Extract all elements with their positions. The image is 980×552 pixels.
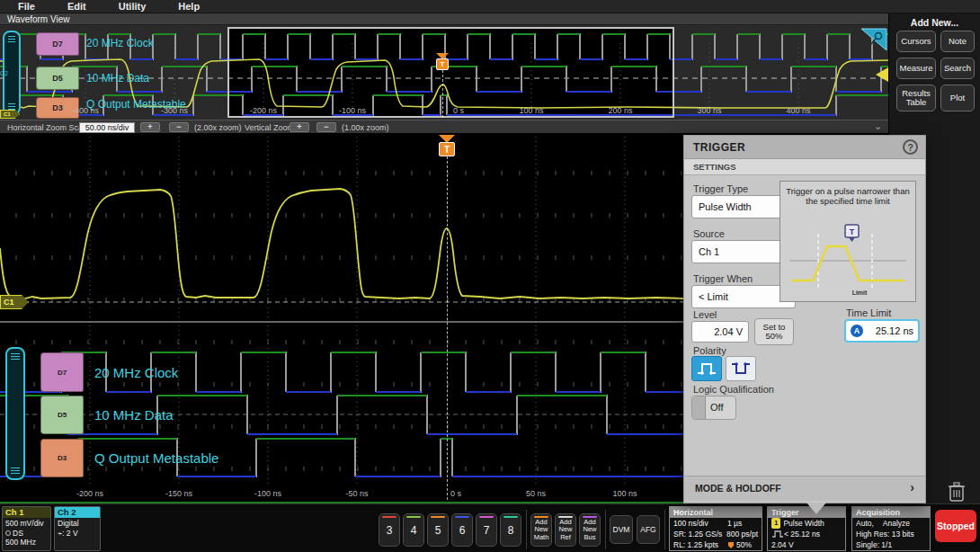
channel-badge-d5[interactable]: D5 <box>40 396 84 434</box>
note-button[interactable]: Note <box>940 31 975 52</box>
ch6-button[interactable]: 6 <box>451 513 473 547</box>
set-to-50-button[interactable]: Set to 50% <box>754 318 794 345</box>
time-limit-label: Time Limit <box>846 307 891 318</box>
trigger-marker-flag[interactable]: T <box>436 58 449 70</box>
help-icon[interactable]: ? <box>903 139 918 155</box>
trigger-type-value: Pulse Width <box>699 201 752 212</box>
source-label: Source <box>693 228 725 239</box>
overview-tick: 300 ns <box>697 106 721 115</box>
a-knob-icon: A <box>851 325 863 337</box>
acq-resolution: High Res: 13 bits <box>856 529 914 539</box>
negative-pulse-icon <box>730 361 752 376</box>
menu-edit[interactable]: Edit <box>67 1 86 12</box>
acquisition-badge[interactable]: Acquisition Auto,Analyze High Res: 13 bi… <box>851 506 931 551</box>
trigger-type: Pulse Width <box>783 518 824 529</box>
trigger-settings-panel: TRIGGER ? SETTINGS Trigger Type Pulse Wi… <box>683 135 926 503</box>
menu-bar: File Edit Utility Help <box>0 0 980 13</box>
channel-badge-d7[interactable]: D7 <box>36 32 79 56</box>
main-tick: -200 ns <box>76 489 103 498</box>
polarity-positive-button[interactable] <box>691 356 722 381</box>
main-tick: 50 ns <box>526 489 546 498</box>
ch3-button[interactable]: 3 <box>379 513 400 547</box>
trigger-when-value: < Limit <box>699 291 728 302</box>
channel-badge-d5[interactable]: D5 <box>36 67 79 90</box>
channel-label-clock: 20 MHz Clock <box>94 365 178 380</box>
ch1-badge[interactable]: Ch 1 500 mV/div DS 500 MHz <box>2 506 51 551</box>
trash-icon[interactable] <box>947 481 967 503</box>
time-limit-field[interactable]: A 25.12 ns <box>844 319 920 343</box>
measure-button[interactable]: Measure <box>896 58 936 79</box>
ch5-button[interactable]: 5 <box>427 513 449 547</box>
cursors-button[interactable]: Cursors <box>896 31 936 52</box>
waveform-overview[interactable]: C2 D7 D5 D3 20 MHz Clock 10 MHz Data Q O… <box>0 25 888 120</box>
hzoom-minus-button[interactable]: − <box>169 122 189 132</box>
ch8-button[interactable]: 8 <box>500 513 521 547</box>
add-new-ref-button[interactable]: Add New Ref <box>555 513 576 547</box>
channel-label-clock: 20 MHz Clock <box>86 37 154 49</box>
zoom-scale-bar: Horizontal Zoom Scale 50.00 ns/div + − (… <box>0 120 888 133</box>
mode-holdoff-label: MODE & HOLDOFF <box>695 483 781 494</box>
trigger-limit: < 25.12 ns <box>784 529 820 539</box>
vertical-zoom-label: Vertical Zoom <box>245 123 294 132</box>
ch7-button[interactable]: 7 <box>476 513 497 547</box>
menu-utility[interactable]: Utility <box>119 1 147 12</box>
waveform-view-tab[interactable]: Waveform View <box>0 13 888 25</box>
level-field[interactable]: 2.04 V <box>691 321 749 343</box>
mode-holdoff-bar[interactable]: MODE & HOLDOFF › <box>684 476 925 501</box>
tab-settings[interactable]: SETTINGS <box>684 159 925 175</box>
polarity-label: Polarity <box>693 345 726 356</box>
h-recordlength: RL: 1.25 kpts <box>673 539 727 550</box>
horizontal-zoom-scale-input[interactable]: 50.00 ns/div <box>79 122 135 133</box>
oscilloscope-screen: File Edit Utility Help Waveform View C2 <box>0 0 980 552</box>
run-stop-button[interactable]: Stopped <box>935 510 976 542</box>
channel-badge-d7[interactable]: D7 <box>40 352 84 392</box>
hzoom-factor-label: (2.00x zoom) <box>194 123 242 132</box>
overview-tick: -300 ns <box>161 106 188 115</box>
menu-file[interactable]: File <box>18 1 35 12</box>
trigger-position-line <box>447 156 448 500</box>
overview-tick: -200 ns <box>250 106 277 115</box>
search-button[interactable]: Search <box>940 58 975 79</box>
trigger-hint-illustration: Trigger on a pulse narrower than the spe… <box>780 181 916 302</box>
menu-help[interactable]: Help <box>178 1 200 12</box>
limit-caption: Limit <box>852 289 868 296</box>
ch3-label: 3 <box>387 524 393 537</box>
h-resolution: 800 ps/pt <box>726 529 758 539</box>
ch2-badge[interactable]: Ch 2 Digital ⌁: 2 V <box>54 506 101 551</box>
collapse-chevron-icon[interactable]: ⌄ <box>874 120 882 132</box>
ch5-label: 5 <box>435 524 441 537</box>
add-new-math-button[interactable]: Add New Math <box>530 513 552 547</box>
results-table-button[interactable]: Results Table <box>896 85 936 111</box>
dvm-button[interactable]: DVM <box>610 515 633 544</box>
main-tick: 100 ns <box>612 489 637 498</box>
channel-badge-d3[interactable]: D3 <box>40 439 84 477</box>
vzoom-plus-button[interactable]: + <box>290 122 309 132</box>
vzoom-minus-button[interactable]: − <box>316 122 336 132</box>
afg-button[interactable]: AFG <box>637 515 660 544</box>
ch4-label: 4 <box>411 524 417 537</box>
h-samplerate: SR: 1.25 GS/s <box>673 529 726 539</box>
ch4-button[interactable]: 4 <box>403 513 424 547</box>
hzoom-plus-button[interactable]: + <box>140 122 160 132</box>
acq-mode: Auto, <box>856 518 874 529</box>
digital-group-handle-main[interactable] <box>5 347 25 480</box>
popup-tail <box>806 503 826 514</box>
horizontal-badge[interactable]: Horizontal 100 ns/div1 µs SR: 1.25 GS/s8… <box>669 506 762 551</box>
plot-button[interactable]: Plot <box>940 85 975 111</box>
polarity-negative-button[interactable] <box>726 356 756 381</box>
trigger-marker-flag[interactable]: T <box>439 142 455 156</box>
trigger-position-line <box>442 70 443 118</box>
main-tick: -50 ns <box>345 489 368 498</box>
ch1-name: Ch 1 <box>3 507 50 518</box>
logic-qualification-value: Off <box>710 402 723 413</box>
h-trigger-position: 50% <box>736 539 752 550</box>
logic-qualification-toggle[interactable]: Off <box>691 396 736 420</box>
waveform-view-title: Waveform View <box>7 14 69 24</box>
add-new-bus-button[interactable]: Add New Bus <box>579 513 601 547</box>
add-new-bus-label: Add New Bus <box>580 519 600 542</box>
overview-tick: 200 ns <box>608 106 632 115</box>
trigger-level-arrow-icon <box>876 67 888 82</box>
h-window: 1 µs <box>727 518 742 529</box>
ch7-label: 7 <box>484 524 490 537</box>
horizontal-title: Horizontal <box>670 507 762 518</box>
